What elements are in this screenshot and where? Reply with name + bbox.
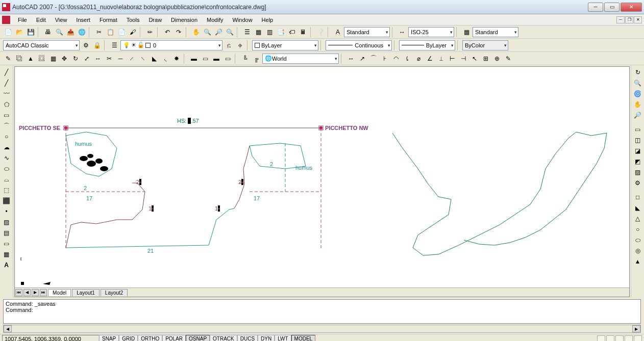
point-tool[interactable]: • <box>2 206 12 217</box>
toggle-lwt[interactable]: LWT <box>275 335 291 341</box>
command-window[interactable]: Command: _saveas Command: <box>3 299 641 324</box>
torus-tool[interactable]: ◎ <box>633 246 643 256</box>
markup-button[interactable]: 🏷 <box>287 27 297 37</box>
dim-center-button[interactable]: ⊕ <box>492 54 502 64</box>
zoom-window-button[interactable]: 🔎 <box>213 27 224 37</box>
table-tool[interactable]: ▦ <box>2 249 12 259</box>
pline-tool[interactable]: 〰 <box>2 89 12 99</box>
vs-3dwire-button[interactable]: ◫ <box>633 135 643 145</box>
cut-button[interactable]: ✂ <box>94 27 104 37</box>
region-tool[interactable]: ▭ <box>2 239 12 249</box>
dcenter-button[interactable]: ▦ <box>253 27 263 37</box>
command-scrollbar[interactable]: ◀ ▶ <box>3 325 641 333</box>
tablestyle-icon[interactable]: ▦ <box>461 27 472 37</box>
offset-button[interactable]: ⿴ <box>37 54 47 64</box>
lock-status-icon[interactable] <box>606 335 614 342</box>
app-menu-icon[interactable] <box>2 16 10 24</box>
revcloud-tool[interactable]: ☁ <box>2 142 12 152</box>
scroll-left-button[interactable]: ◀ <box>4 325 12 332</box>
array-button[interactable]: ▦ <box>48 54 58 64</box>
draworder-under-button[interactable]: ▭ <box>222 54 233 64</box>
workspace-settings-button[interactable]: ⚙ <box>81 40 91 50</box>
fillet-button[interactable]: ◟ <box>160 54 170 64</box>
insert-block-tool[interactable]: ⬚ <box>2 185 12 195</box>
preview-button[interactable]: 🔍 <box>54 27 64 37</box>
save-button[interactable]: 💾 <box>26 27 36 37</box>
matchprop-button[interactable]: 🖌 <box>128 27 138 37</box>
tab-layout1[interactable]: Layout1 <box>72 289 100 296</box>
etransmit-button[interactable]: 🌐 <box>77 27 87 37</box>
ucs-combo[interactable]: 🌐 World <box>262 54 339 64</box>
ws-lock-button[interactable]: 🔒 <box>92 40 102 50</box>
layer-prev-button[interactable]: ⎌ <box>224 40 234 50</box>
vs-realistic-button[interactable]: ◩ <box>633 156 643 167</box>
toggle-dyn[interactable]: DYN <box>258 335 275 341</box>
gradient-tool[interactable]: ▤ <box>2 228 12 238</box>
open-button[interactable]: 📂 <box>14 27 24 37</box>
pyramid-tool[interactable]: ▲ <box>633 256 643 267</box>
tablestyle-combo[interactable]: Standard <box>473 27 518 37</box>
dim-leader-button[interactable]: ↖ <box>469 54 480 64</box>
erase-button[interactable]: ✎ <box>3 54 13 64</box>
menu-window[interactable]: Window <box>228 15 257 24</box>
menu-modify[interactable]: Modify <box>202 15 228 24</box>
dim-linear-button[interactable]: ↔ <box>346 54 356 64</box>
dim-continue-button[interactable]: ⊣ <box>458 54 468 64</box>
help-button[interactable]: ❔ <box>315 27 326 37</box>
scale-button[interactable]: ⤢ <box>82 54 92 64</box>
break-button[interactable]: ⟋ <box>127 54 137 64</box>
rotate-button[interactable]: ↻ <box>70 54 81 64</box>
clean-screen-button[interactable] <box>634 335 642 342</box>
publish-button[interactable]: 📤 <box>65 27 76 37</box>
close-button[interactable]: ✕ <box>621 3 642 12</box>
wedge-tool[interactable]: ◣ <box>633 203 643 213</box>
move-button[interactable]: ✥ <box>59 54 69 64</box>
coordinates-readout[interactable]: 1007.5405, 1006.3369, 0.0000 <box>2 335 99 342</box>
vs-manage-button[interactable]: ⚙ <box>633 178 643 188</box>
3d-zoom-button[interactable]: 🔎 <box>633 110 643 120</box>
tray-icon-1[interactable] <box>615 335 624 342</box>
mdi-minimize-button[interactable]: ─ <box>616 16 625 23</box>
regen-button[interactable]: ↻ <box>633 67 643 77</box>
block-editor-button[interactable]: ✏ <box>145 27 155 37</box>
toggle-osnap[interactable]: OSNAP <box>186 335 210 341</box>
layer-states-button[interactable]: ⎆ <box>235 40 245 50</box>
3d-pan-button[interactable]: ✋ <box>633 99 643 110</box>
vs-3dhidden-button[interactable]: ◪ <box>633 146 643 156</box>
dim-arc-button[interactable]: ⌒ <box>368 54 379 64</box>
workspace-combo[interactable]: AutoCAD Classic <box>3 40 80 50</box>
zoom-prev-button[interactable]: 🔍 <box>225 27 235 37</box>
linetype-combo[interactable]: Continuous <box>326 40 392 50</box>
textstyle-icon[interactable]: A <box>333 27 343 37</box>
spline-tool[interactable]: ∿ <box>2 153 12 163</box>
calc-button[interactable]: 🖩 <box>298 27 308 37</box>
menu-tools[interactable]: Tools <box>122 15 144 24</box>
tab-prev-button[interactable]: ◀ <box>23 289 31 296</box>
dim-edit-button[interactable]: ✎ <box>503 54 513 64</box>
mdi-restore-button[interactable]: ❐ <box>625 16 633 23</box>
dimstyle-combo[interactable]: ISO-25 <box>408 27 454 37</box>
chamfer-button[interactable]: ◣ <box>149 54 159 64</box>
copy-button[interactable]: 📋 <box>105 27 115 37</box>
menu-edit[interactable]: Edit <box>32 15 51 24</box>
copy-obj-button[interactable]: ⿻ <box>14 54 24 64</box>
text-tool[interactable]: A <box>2 260 12 270</box>
arc-tool[interactable]: ⌒ <box>2 121 12 131</box>
zoom-realtime-button[interactable]: 🔍 <box>202 27 212 37</box>
cone-tool[interactable]: △ <box>633 214 643 224</box>
box-tool[interactable]: □ <box>633 192 643 202</box>
dim-aligned-button[interactable]: ↗ <box>357 54 367 64</box>
dim-jogged-button[interactable]: ⤹ <box>402 54 412 64</box>
redo-button[interactable]: ↷ <box>174 27 184 37</box>
dim-ordinate-button[interactable]: ⊦ <box>380 54 390 64</box>
menu-help[interactable]: Help <box>257 15 278 24</box>
named-ucs-button[interactable]: ╔ <box>251 54 261 64</box>
menu-format[interactable]: Format <box>95 15 122 24</box>
toggle-snap[interactable]: SNAP <box>99 335 119 341</box>
vs-2d-button[interactable]: ▭ <box>633 124 643 135</box>
stretch-button[interactable]: ↔ <box>93 54 103 64</box>
menu-draw[interactable]: Draw <box>144 15 166 24</box>
toggle-polar[interactable]: POLAR <box>162 335 186 341</box>
dim-diameter-button[interactable]: ⌀ <box>413 54 424 64</box>
lineweight-combo[interactable]: ByLayer <box>399 40 455 50</box>
